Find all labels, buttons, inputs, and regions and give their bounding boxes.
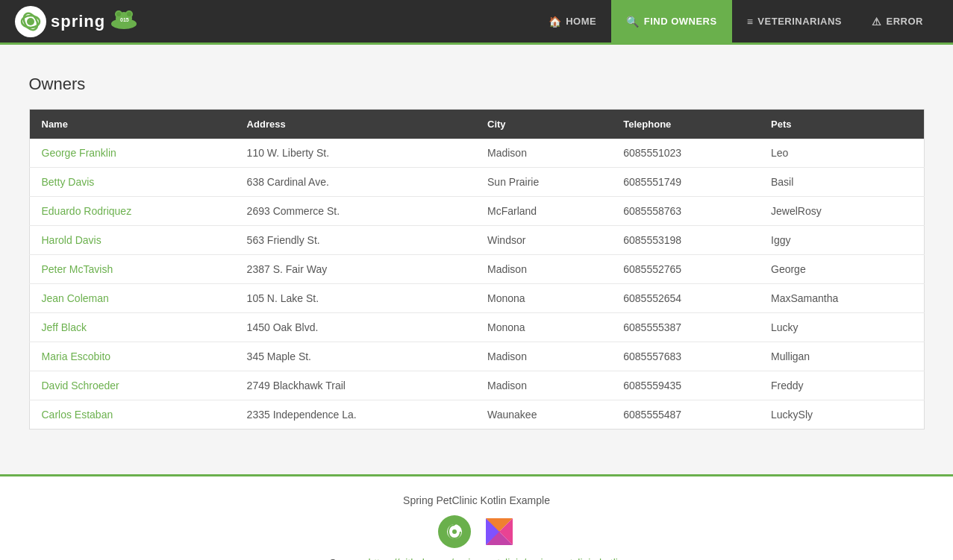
owner-pets-cell: LuckySly xyxy=(759,400,924,430)
owner-link[interactable]: Jeff Black xyxy=(42,321,87,333)
owner-link[interactable]: Eduardo Rodriquez xyxy=(42,205,132,217)
owner-address-cell: 2387 S. Fair Way xyxy=(235,255,475,284)
col-telephone: Telephone xyxy=(611,110,759,139)
owner-city-cell: McFarland xyxy=(475,197,611,226)
owner-name-cell: Jean Coleman xyxy=(29,284,235,313)
svg-point-11 xyxy=(452,529,457,534)
col-name: Name xyxy=(29,110,235,139)
owner-telephone-cell: 6085551749 xyxy=(611,168,759,197)
svg-point-1 xyxy=(27,18,34,25)
owner-pets-cell: Basil xyxy=(759,168,924,197)
table-row: David Schroeder2749 Blackhawk TrailMadis… xyxy=(29,371,924,400)
owner-name-cell: Eduardo Rodriquez xyxy=(29,197,235,226)
table-row: George Franklin110 W. Liberty St.Madison… xyxy=(29,139,924,168)
owner-name-cell: David Schroeder xyxy=(29,371,235,400)
nav-error[interactable]: ⚠ ERROR xyxy=(857,0,938,43)
navbar: spring 015 🏠 HOME 🔍 xyxy=(0,0,953,45)
nav-items: 🏠 HOME 🔍 FIND OWNERS ≡ VETERINARIANS ⚠ E… xyxy=(534,0,938,43)
owner-link[interactable]: Peter McTavish xyxy=(42,263,113,275)
owner-name-cell: Betty Davis xyxy=(29,168,235,197)
owner-city-cell: Waunakee xyxy=(475,400,611,430)
owner-telephone-cell: 6085555487 xyxy=(611,400,759,430)
col-address: Address xyxy=(235,110,475,139)
owner-link[interactable]: Betty Davis xyxy=(42,176,95,188)
owner-address-cell: 1450 Oak Blvd. xyxy=(235,313,475,342)
owner-telephone-cell: 6085551023 xyxy=(611,139,759,168)
brand-name: spring xyxy=(51,12,105,31)
svg-text:015: 015 xyxy=(120,17,129,22)
owner-pets-cell: Leo xyxy=(759,139,924,168)
owner-link[interactable]: Jean Coleman xyxy=(42,292,109,304)
table-body: George Franklin110 W. Liberty St.Madison… xyxy=(29,139,924,430)
table-row: Jean Coleman105 N. Lake St.Monona6085552… xyxy=(29,284,924,313)
owner-city-cell: Monona xyxy=(475,284,611,313)
nav-find-owners[interactable]: 🔍 FIND OWNERS xyxy=(611,0,731,43)
owner-name-cell: George Franklin xyxy=(29,139,235,168)
owner-link[interactable]: Maria Escobito xyxy=(42,350,111,362)
owner-address-cell: 638 Cardinal Ave. xyxy=(235,168,475,197)
owner-name-cell: Maria Escobito xyxy=(29,342,235,371)
owner-address-cell: 2749 Blackhawk Trail xyxy=(235,371,475,400)
home-icon: 🏠 xyxy=(549,16,562,28)
svg-point-8 xyxy=(127,12,131,16)
owners-table: Name Address City Telephone Pets George … xyxy=(29,109,925,430)
col-city: City xyxy=(475,110,611,139)
owner-name-cell: Carlos Estaban xyxy=(29,400,235,430)
owner-pets-cell: Iggy xyxy=(759,226,924,255)
table-row: Eduardo Rodriquez2693 Commerce St.McFarl… xyxy=(29,197,924,226)
owner-pets-cell: MaxSamantha xyxy=(759,284,924,313)
owner-telephone-cell: 6085553198 xyxy=(611,226,759,255)
table-row: Carlos Estaban2335 Independence La.Wauna… xyxy=(29,400,924,430)
owner-pets-cell: Mulligan xyxy=(759,342,924,371)
owner-city-cell: Madison xyxy=(475,371,611,400)
owner-pets-cell: Freddy xyxy=(759,371,924,400)
owner-city-cell: Madison xyxy=(475,255,611,284)
owner-address-cell: 2335 Independence La. xyxy=(235,400,475,430)
svg-point-7 xyxy=(116,12,121,16)
owner-address-cell: 110 W. Liberty St. xyxy=(235,139,475,168)
owner-city-cell: Windsor xyxy=(475,226,611,255)
owner-name-cell: Harold Davis xyxy=(29,226,235,255)
owner-address-cell: 105 N. Lake St. xyxy=(235,284,475,313)
page-title: Owners xyxy=(29,75,925,94)
spring-boot-icon xyxy=(438,515,471,548)
footer-text: Spring PetClinic Kotlin Example xyxy=(15,494,938,506)
owner-address-cell: 345 Maple St. xyxy=(235,342,475,371)
nav-veterinarians[interactable]: ≡ VETERINARIANS xyxy=(732,0,857,43)
owner-telephone-cell: 6085552765 xyxy=(611,255,759,284)
owner-city-cell: Monona xyxy=(475,313,611,342)
table-row: Jeff Black1450 Oak Blvd.Monona6085555387… xyxy=(29,313,924,342)
list-icon: ≡ xyxy=(747,16,754,28)
owner-name-cell: Peter McTavish xyxy=(29,255,235,284)
owner-pets-cell: JewelRosy xyxy=(759,197,924,226)
owner-telephone-cell: 6085557683 xyxy=(611,342,759,371)
owner-city-cell: Sun Prairie xyxy=(475,168,611,197)
owner-address-cell: 2693 Commerce St. xyxy=(235,197,475,226)
source-link[interactable]: https://github.com/spring-petclinic/spri… xyxy=(368,557,623,560)
table-row: Betty Davis638 Cardinal Ave.Sun Prairie6… xyxy=(29,168,924,197)
kotlin-icon xyxy=(483,515,516,548)
main-content: Owners Name Address City Telephone Pets … xyxy=(14,75,940,430)
owner-pets-cell: George xyxy=(759,255,924,284)
owner-city-cell: Madison xyxy=(475,342,611,371)
footer: Spring PetClinic Kotlin Example xyxy=(0,474,953,560)
footer-icons xyxy=(15,515,938,548)
owner-address-cell: 563 Friendly St. xyxy=(235,226,475,255)
table-header: Name Address City Telephone Pets xyxy=(29,110,924,139)
owner-pets-cell: Lucky xyxy=(759,313,924,342)
owner-link[interactable]: David Schroeder xyxy=(42,380,119,391)
owner-telephone-cell: 6085555387 xyxy=(611,313,759,342)
owner-link[interactable]: Carlos Estaban xyxy=(42,409,113,421)
brand-hat-icon: 015 xyxy=(110,9,138,34)
col-pets: Pets xyxy=(759,110,924,139)
nav-home[interactable]: 🏠 HOME xyxy=(534,0,612,43)
owner-link[interactable]: Harold Davis xyxy=(42,234,101,246)
owner-city-cell: Madison xyxy=(475,139,611,168)
table-row: Peter McTavish2387 S. Fair WayMadison608… xyxy=(29,255,924,284)
owner-telephone-cell: 6085558763 xyxy=(611,197,759,226)
warning-icon: ⚠ xyxy=(872,16,882,28)
owner-telephone-cell: 6085552654 xyxy=(611,284,759,313)
owner-name-cell: Jeff Black xyxy=(29,313,235,342)
table-row: Harold Davis563 Friendly St.Windsor60855… xyxy=(29,226,924,255)
owner-link[interactable]: George Franklin xyxy=(42,147,116,159)
